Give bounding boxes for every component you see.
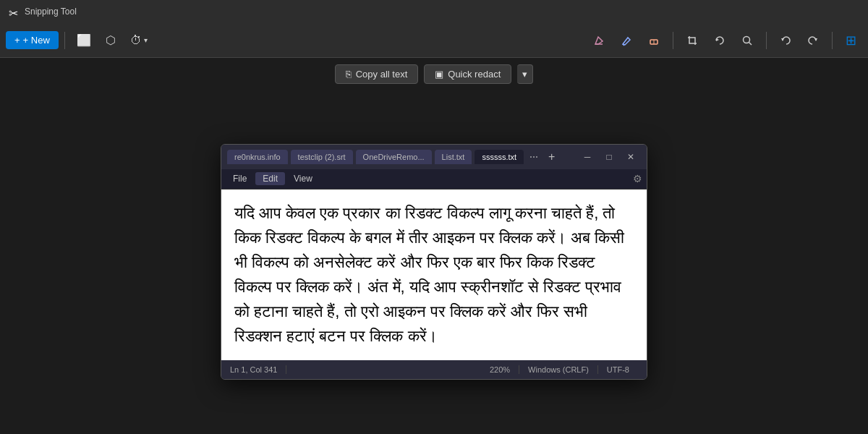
delay-icon: ⏱: [130, 34, 142, 47]
action-bar: ⎘ Copy all text ▣ Quick redact ▾: [0, 58, 868, 90]
quick-redact-dropdown-button[interactable]: ▾: [517, 64, 533, 84]
quick-redact-button[interactable]: ▣ Quick redact: [424, 64, 511, 84]
svg-marker-8: [781, 38, 784, 41]
screenshot-mode-icon: ⬜: [77, 33, 91, 47]
tab-add-button[interactable]: +: [544, 150, 559, 163]
copy-all-text-button[interactable]: ⎘ Copy all text: [335, 64, 419, 84]
rotate-icon: [714, 35, 726, 46]
window-controls: ─ □ ✕: [577, 149, 641, 165]
new-button[interactable]: + + New: [6, 31, 59, 49]
toolbar: + + New ⬜ ⬡ ⏱ ▾: [0, 23, 868, 58]
redo-button[interactable]: [801, 32, 825, 49]
eraser-button[interactable]: [642, 32, 665, 49]
toolbar-right: ⊞: [587, 30, 862, 51]
redact-icon: ▣: [435, 69, 443, 80]
tab-onedrive[interactable]: OneDriveRemo...: [356, 150, 432, 164]
notepad-menubar: File Edit View ⚙: [221, 169, 647, 190]
delay-dropdown-icon: ▾: [144, 36, 148, 44]
tab-listtxt[interactable]: List.txt: [435, 150, 472, 164]
new-icon: +: [14, 35, 20, 46]
notepad-statusbar: Ln 1, Col 341 220% Windows (CRLF) UTF-8: [221, 360, 647, 379]
highlighter-icon: [593, 35, 605, 46]
pen-icon: [621, 35, 632, 46]
menu-file[interactable]: File: [226, 172, 254, 185]
record-icon: ⬡: [106, 33, 116, 47]
svg-point-6: [744, 36, 750, 43]
separator-2: [673, 32, 673, 49]
app-title: Snipping Tool: [25, 7, 77, 17]
notepad-content[interactable]: यदि आप केवल एक प्रकार का रिडक्ट विकल्प ल…: [221, 190, 647, 361]
undo-icon: [780, 35, 791, 46]
tab-ssssss[interactable]: ssssss.txt: [475, 150, 524, 164]
svg-marker-9: [814, 38, 817, 41]
status-encoding: UTF-8: [598, 365, 638, 374]
svg-line-7: [749, 42, 752, 45]
separator-4: [832, 32, 833, 49]
svg-marker-0: [595, 37, 603, 44]
settings-button[interactable]: ⚙: [633, 173, 642, 184]
app-icon: ✂: [9, 7, 19, 17]
eraser-icon: [648, 35, 660, 46]
windows-logo-icon: ⊞: [846, 33, 856, 48]
rotate-button[interactable]: [708, 32, 731, 49]
screenshot-mode-button[interactable]: ⬜: [71, 30, 97, 50]
svg-marker-5: [716, 38, 719, 41]
tab-testclip[interactable]: testclip (2).srt: [291, 150, 353, 164]
separator-1: [64, 32, 65, 49]
status-position: Ln 1, Col 341: [230, 365, 286, 374]
menu-view[interactable]: View: [286, 172, 320, 185]
notepad-titlebar: re0nkrus.info testclip (2).srt OneDriveR…: [221, 145, 647, 169]
crop-button[interactable]: [681, 32, 704, 49]
windows-logo-button[interactable]: ⊞: [840, 30, 862, 51]
close-button[interactable]: ✕: [621, 149, 641, 165]
status-zoom: 220%: [481, 365, 519, 374]
crop-icon: [686, 35, 698, 46]
pen-button[interactable]: [615, 32, 638, 49]
notepad-window: re0nkrus.info testclip (2).srt OneDriveR…: [221, 144, 647, 380]
record-button[interactable]: ⬡: [100, 30, 122, 50]
main-content: re0nkrus.info testclip (2).srt OneDriveR…: [0, 90, 868, 434]
status-line-ending: Windows (CRLF): [519, 365, 598, 374]
copy-icon: ⎘: [346, 69, 352, 80]
highlighter-button[interactable]: [587, 32, 610, 49]
tab-re0nkrus[interactable]: re0nkrus.info: [227, 150, 288, 164]
undo-button[interactable]: [774, 32, 797, 49]
zoom-icon: [741, 35, 753, 46]
dropdown-arrow-icon: ▾: [522, 69, 527, 80]
redo-icon: [807, 35, 819, 46]
separator-3: [766, 32, 767, 49]
menu-edit[interactable]: Edit: [255, 172, 285, 185]
title-bar: ✂ Snipping Tool: [0, 0, 868, 23]
minimize-button[interactable]: ─: [577, 149, 597, 165]
zoom-button[interactable]: [736, 32, 759, 49]
delay-button[interactable]: ⏱ ▾: [124, 31, 153, 50]
maximize-button[interactable]: □: [599, 149, 619, 165]
tab-more-button[interactable]: ⋯: [527, 152, 541, 162]
